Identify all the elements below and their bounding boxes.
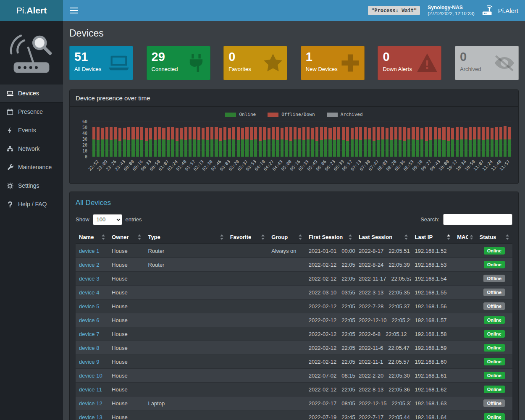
sidebar-item-settings[interactable]: Settings	[0, 176, 63, 195]
column-header-owner[interactable]: Owner	[108, 231, 144, 244]
table-row-device-12[interactable]: device 12HouseLaptop2022-02-1708:052022-…	[76, 396, 512, 410]
table-row-device-3[interactable]: device 3House2022-02-1222:052022-11-1722…	[76, 272, 512, 286]
legend-item-archived[interactable]: Archived	[327, 112, 363, 117]
brand-label: Pi.Alert	[498, 7, 518, 14]
table-row-device-5[interactable]: device 5House2022-02-1222:052022-7-2822:…	[76, 299, 512, 313]
table-row-device-4[interactable]: device 4House2022-03-1003:552022-3-1322:…	[76, 286, 512, 299]
column-header-mac[interactable]: MAC	[454, 231, 476, 244]
status-badge: Online	[484, 247, 505, 255]
devices-panel: All Devices Show 100 entries Search: Nam…	[69, 192, 519, 420]
column-header-group[interactable]: Group	[268, 231, 305, 244]
column-header-status[interactable]: Status	[476, 231, 512, 244]
device-link[interactable]: device 6	[79, 317, 99, 323]
cell-last-session: 2022-6-822:05.12	[355, 327, 412, 341]
device-link[interactable]: device 1	[79, 248, 99, 254]
device-link[interactable]: device 5	[79, 303, 99, 310]
y-tick-label: 60	[82, 119, 87, 124]
chart-bar	[306, 121, 310, 157]
chart-bar	[126, 121, 131, 157]
cell-name: device 11	[76, 383, 108, 396]
cell-group	[268, 258, 305, 272]
sidebar-item-label: Events	[18, 127, 36, 134]
sidebar-item-label: Devices	[18, 90, 39, 97]
legend-item-offline-down[interactable]: Offline/Down	[268, 112, 315, 117]
chart-bar	[499, 121, 503, 157]
stat-card-archived[interactable]: 0 Archived	[455, 46, 519, 80]
cell-last-ip: 192.168.1.63	[411, 396, 454, 410]
column-header-last-ip[interactable]: Last IP	[411, 231, 454, 244]
app-logo[interactable]: Pi.Alert	[0, 0, 63, 21]
chart-bar	[455, 121, 459, 157]
table-row-device-2[interactable]: device 2HouseRouter2022-02-1222:052022-8…	[76, 258, 512, 272]
column-header-first-session[interactable]: First Session	[305, 231, 355, 244]
cell-status: Online	[476, 258, 512, 272]
stat-card-new-devices[interactable]: 1 New Devices	[301, 46, 365, 80]
cell-name: device 7	[76, 327, 108, 341]
sidebar-item-maintenance[interactable]: Maintenance	[0, 158, 63, 176]
stat-card-favorites[interactable]: 0 Favorites	[223, 46, 287, 80]
cell-owner: House	[108, 327, 144, 341]
header-brand[interactable]: Pi.Alert	[482, 5, 518, 16]
cell-status: Offline	[476, 396, 512, 410]
cell-name: device 1	[76, 244, 108, 258]
chart-bar	[210, 121, 214, 157]
stat-card-all-devices[interactable]: 51 All Devices	[69, 46, 133, 80]
stat-card-connected[interactable]: 29 Connected	[147, 46, 210, 80]
device-link[interactable]: device 4	[79, 289, 99, 296]
chart-bar	[118, 121, 122, 157]
status-badge: Online	[484, 413, 505, 420]
column-header-last-session[interactable]: Last Session	[355, 231, 412, 244]
table-row-device-10[interactable]: device 10House2022-07-0208:152022-2-2022…	[76, 369, 512, 383]
device-link[interactable]: device 3	[79, 276, 99, 282]
legend-item-online[interactable]: Online	[225, 112, 256, 117]
chart-bar	[381, 121, 385, 157]
device-link[interactable]: device 13	[79, 414, 102, 420]
device-link[interactable]: device 11	[79, 386, 102, 393]
cell-first-session: 2022-02-1222:05	[305, 313, 355, 327]
cell-last-ip: 192.168.1.53	[411, 258, 454, 272]
column-header-favorite[interactable]: Favorite	[227, 231, 268, 244]
cell-group	[268, 341, 305, 355]
column-header-name[interactable]: Name	[76, 231, 108, 244]
router-signal-icon	[482, 5, 495, 16]
device-link[interactable]: device 10	[79, 373, 102, 379]
device-link[interactable]: device 9	[79, 359, 99, 365]
table-row-device-8[interactable]: device 8House2022-02-1222:052022-11-622:…	[76, 341, 512, 355]
sidebar-item-label: Help / FAQ	[18, 201, 47, 207]
sidebar-toggle-button[interactable]	[70, 8, 78, 13]
stat-card-down-alerts[interactable]: 0 Down Alerts	[378, 46, 441, 80]
sort-icon	[470, 234, 473, 240]
cell-favorite	[227, 272, 268, 286]
sidebar-item-presence[interactable]: Presence	[0, 102, 63, 121]
sort-icon	[404, 234, 408, 240]
status-badge: Online	[484, 344, 505, 352]
table-row-device-6[interactable]: device 6House2022-02-1222:052022-12-1022…	[76, 313, 512, 327]
table-row-device-13[interactable]: device 13House2022-07-1923:452022-7-1722…	[76, 410, 512, 420]
table-row-device-1[interactable]: device 1HouseRouterAlways on2021-01-0100…	[76, 244, 512, 258]
cell-type	[144, 327, 226, 341]
table-row-device-7[interactable]: device 7House2022-02-1222:052022-6-822:0…	[76, 327, 512, 341]
search-input[interactable]	[443, 214, 512, 225]
cell-owner: House	[108, 355, 144, 369]
chart-bar	[144, 121, 148, 157]
chart-bar	[433, 121, 437, 157]
chart-bar	[389, 121, 394, 157]
sidebar-item-label: Network	[18, 145, 39, 152]
page-length-select[interactable]: 100	[93, 214, 122, 225]
sidebar-item-network[interactable]: Network	[0, 139, 63, 158]
sidebar-item-devices[interactable]: Devices	[0, 84, 63, 102]
sidebar-item-help[interactable]: Help / FAQ	[0, 195, 63, 213]
legend-label: Offline/Down	[281, 112, 315, 117]
sidebar-item-events[interactable]: Events	[0, 121, 63, 139]
top-navbar: "Process: Wait" Synology-NAS (27/12/2022…	[63, 0, 525, 21]
table-row-device-11[interactable]: device 11House2022-02-1222:052022-8-1322…	[76, 383, 512, 396]
chart-bar	[162, 121, 166, 157]
column-header-type[interactable]: Type	[144, 231, 226, 244]
chart-bar	[245, 121, 249, 157]
device-link[interactable]: device 7	[79, 331, 99, 337]
table-row-device-9[interactable]: device 9House2022-02-1222:052022-11-122:…	[76, 355, 512, 369]
column-label: Last IP	[415, 234, 433, 240]
device-link[interactable]: device 8	[79, 345, 99, 351]
device-link[interactable]: device 12	[79, 400, 102, 407]
device-link[interactable]: device 2	[79, 262, 99, 268]
